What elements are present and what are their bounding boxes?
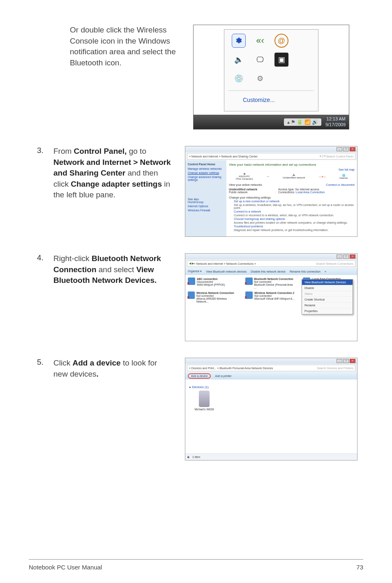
menu-item[interactable]: Disable (302, 285, 353, 291)
tray-screenshot: ❃ «‹ @ 🔈 🖵 ▣ 💿 ⚙ Customize... ▴ ⚑ 🔋 📶 🔊 … (193, 25, 349, 130)
connect-disconnect-link[interactable]: Connect or disconnect (326, 183, 355, 186)
toolbar-item[interactable]: View Bluetooth network devices (206, 270, 247, 273)
step4-text: Right-click Bluetooth Network Connection… (53, 253, 173, 341)
minimize-icon: _ (337, 254, 342, 259)
step-number: 5. (29, 358, 41, 460)
phone-icon (199, 391, 210, 407)
step5-text: Click Add a device to look for new devic… (53, 358, 173, 460)
page-number: 73 (356, 564, 363, 571)
connect-network-link[interactable]: Connect to a network (234, 210, 355, 213)
connection-item[interactable]: × Wireless Network ConnectionNot connect… (188, 292, 237, 303)
monitor-icon: 🖵 (253, 53, 267, 67)
taskbar: ▴ ⚑ 🔋 📶 🔊 12:13 AM 9/17/2009 (194, 115, 349, 129)
network-map: 🖥ASUS-PC(This computer) — 🖧Unidentified … (229, 173, 355, 180)
status-bar: 🖥1 item (185, 453, 357, 460)
search-box: Search Devices and Printers (317, 367, 353, 370)
see-full-map-link[interactable]: See full map (229, 168, 355, 171)
context-menu: View Bluetooth Network Devices Disable S… (302, 279, 353, 315)
sidebar-link[interactable]: Internet Options (188, 205, 224, 208)
network-connections-screenshot: _ □ × ◀ ▶ « Network and Internet » Netwo… (185, 253, 357, 341)
add-device-button[interactable]: Add a device (188, 373, 211, 379)
step-number: 3. (29, 146, 41, 237)
maximize-icon: □ (343, 254, 349, 259)
toolbar-item[interactable]: Rename this connection (290, 270, 321, 273)
breadcrumb: « Network and Internet » Network and Sha… (189, 155, 258, 158)
connection-item[interactable]: × Wireless Network Connection 2Not conne… (245, 292, 295, 303)
minimize-icon: _ (337, 359, 342, 363)
sidebar-link[interactable]: Change advanced sharing settings (188, 176, 224, 181)
search-box: Search Control Panel (326, 155, 353, 158)
intro-text: Or double click the Wireless Console ico… (70, 25, 185, 130)
footer-title: Notebook PC User Manual (29, 564, 102, 571)
devices-category[interactable]: ▸ Devices (1) (189, 385, 355, 389)
sidebar-link-change-adapter[interactable]: Change adapter settings (188, 171, 224, 174)
bluetooth-icon: ❃ (232, 34, 246, 48)
close-icon: × (350, 359, 355, 363)
dark-square-icon: ▣ (274, 53, 288, 67)
taskbar-date: 9/17/2009 (325, 122, 346, 127)
breadcrumb: « Network and Internet » Network Connect… (194, 262, 256, 265)
page-title: View your basic network information and … (229, 163, 355, 167)
at-icon: @ (274, 34, 288, 48)
step-number: 4. (29, 253, 41, 341)
sidebar-link[interactable]: Windows Firewall (188, 209, 224, 212)
wifi-icon: «‹ (253, 34, 267, 48)
menu-item[interactable]: Properties (302, 308, 353, 314)
devices-printers-screenshot: _ □ × « Devices and Print... » Bluetooth… (185, 358, 357, 460)
minimize-icon: _ (337, 147, 342, 151)
sidebar-link[interactable]: HomeGroup (188, 201, 224, 204)
customize-link[interactable]: Customize... (228, 90, 314, 103)
menu-item: Status (302, 291, 353, 297)
device-item[interactable]: Michael's W820i (192, 391, 217, 411)
organize-menu[interactable]: Organize ▾ (188, 270, 202, 273)
toolbar-item[interactable]: Disable this network device (251, 270, 286, 273)
view-bluetooth-devices-menuitem[interactable]: View Bluetooth Network Devices (302, 280, 353, 285)
network-sharing-center-screenshot: _ □ × « Network and Internet » Network a… (185, 146, 357, 237)
gear-icon: ⚙ (253, 72, 267, 86)
add-printer-button[interactable]: Add a printer (215, 375, 231, 377)
setup-connection-link[interactable]: Set up a new connection or network (234, 200, 355, 203)
disc-icon: 💿 (232, 72, 246, 86)
control-panel-sidebar: Control Panel Home Manage wireless netwo… (185, 160, 226, 236)
search-box: Search Network Connections (316, 262, 353, 265)
taskbar-time: 12:13 AM (325, 116, 346, 122)
breadcrumb: « Devices and Print... » Bluetooth Perso… (189, 367, 273, 370)
speaker-icon: 🔈 (232, 53, 246, 67)
troubleshoot-link[interactable]: Troubleshoot problems (234, 225, 355, 228)
systray-icons: ▴ ⚑ 🔋 📶 🔊 (284, 118, 321, 126)
menu-item[interactable]: Rename (302, 303, 353, 308)
sidebar-link[interactable]: Manage wireless networks (188, 167, 224, 170)
step3-text: From Control Panel, go to Network and In… (53, 146, 173, 237)
connection-item[interactable]: × ABC connectionDisconnectedWAN Miniport… (188, 278, 237, 289)
homegroup-link[interactable]: Choose homegroup and sharing options (234, 217, 355, 220)
menu-item[interactable]: Create Shortcut (302, 297, 353, 303)
close-icon: × (350, 254, 355, 259)
close-icon: × (350, 147, 355, 151)
bluetooth-connection-item[interactable]: × Bluetooth Network ConnectionNot connec… (245, 278, 295, 289)
maximize-icon: □ (343, 359, 349, 363)
maximize-icon: □ (343, 147, 349, 151)
